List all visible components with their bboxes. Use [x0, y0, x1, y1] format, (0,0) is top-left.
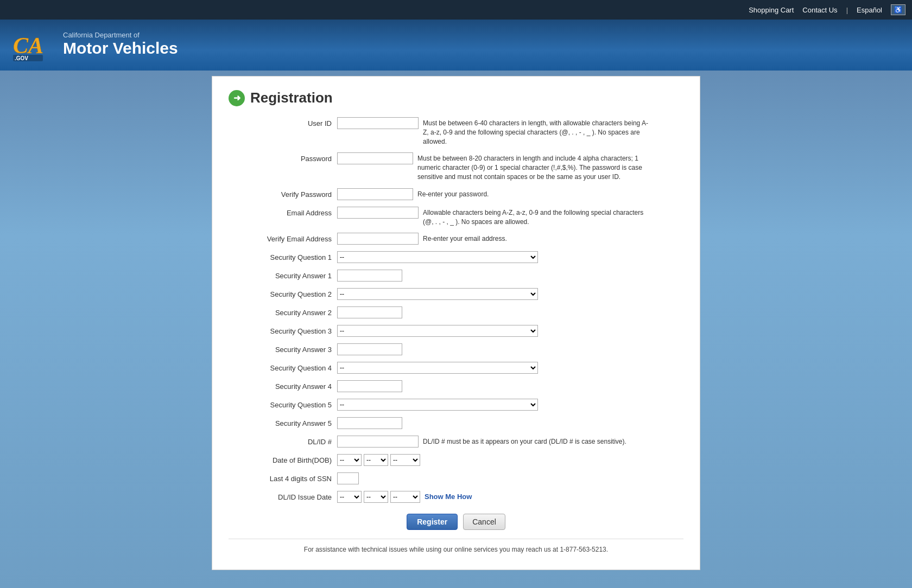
issue-date-day-select[interactable]: --: [364, 491, 388, 503]
issue-date-selects: -- -- --: [337, 491, 420, 503]
security-answer-3-input[interactable]: [337, 343, 402, 355]
logo-area: CA .GOV California Department of Motor V…: [11, 25, 178, 63]
verify-password-input[interactable]: [337, 188, 413, 200]
security-question-5-control: --: [337, 399, 683, 411]
site-header: CA .GOV California Department of Motor V…: [0, 20, 912, 71]
dob-label: Date of Birth(DOB): [229, 454, 337, 464]
security-question-4-control: --: [337, 362, 683, 374]
issue-date-row: DL/ID Issue Date -- -- -- Show Me How: [229, 491, 683, 503]
user-id-row: User ID Must be between 6-40 characters …: [229, 117, 683, 146]
registration-icon: ➜: [229, 90, 245, 106]
password-input[interactable]: [337, 152, 413, 164]
password-control-area: Must be between 8-20 characters in lengt…: [337, 152, 683, 181]
security-question-3-control: --: [337, 325, 683, 337]
dob-selects: -- -- --: [337, 454, 420, 466]
security-question-2-select[interactable]: --: [337, 288, 538, 300]
dlid-row: DL/ID # DL/ID # must be as it appears on…: [229, 436, 683, 448]
show-me-how-link[interactable]: Show Me How: [425, 491, 472, 501]
verify-email-input[interactable]: [337, 233, 419, 245]
page-title: Registration: [250, 90, 333, 106]
cancel-button[interactable]: Cancel: [463, 514, 505, 530]
security-answer-2-row: Security Answer 2: [229, 306, 683, 318]
accessibility-button[interactable]: ♿: [891, 4, 905, 15]
issue-date-month-select[interactable]: --: [337, 491, 362, 503]
password-label: Password: [229, 152, 337, 163]
security-question-3-row: Security Question 3 --: [229, 325, 683, 337]
email-input[interactable]: [337, 207, 419, 219]
verify-email-control-area: Re-enter your email address.: [337, 233, 683, 245]
security-answer-5-input[interactable]: [337, 417, 402, 429]
security-question-1-select[interactable]: --: [337, 251, 538, 263]
security-answer-5-label: Security Answer 5: [229, 417, 337, 427]
security-answer-4-label: Security Answer 4: [229, 380, 337, 391]
password-hint: Must be between 8-20 characters in lengt…: [417, 152, 645, 181]
security-answer-3-control: [337, 343, 683, 355]
email-row: Email Address Allowable characters being…: [229, 207, 683, 227]
footer-note: For assistance with technical issues whi…: [229, 539, 683, 553]
security-question-1-label: Security Question 1: [229, 251, 337, 261]
security-question-1-row: Security Question 1 --: [229, 251, 683, 263]
security-question-5-label: Security Question 5: [229, 399, 337, 409]
email-hint: Allowable characters being A-Z, a-z, 0-9…: [423, 207, 651, 227]
security-answer-1-row: Security Answer 1: [229, 270, 683, 282]
verify-email-hint: Re-enter your email address.: [423, 233, 507, 244]
ssn-row: Last 4 digits of SSN: [229, 472, 683, 484]
dlid-label: DL/ID #: [229, 436, 337, 446]
dob-day-select[interactable]: --: [364, 454, 388, 466]
verify-password-label: Verify Password: [229, 188, 337, 199]
dlid-hint: DL/ID # must be as it appears on your ca…: [423, 436, 626, 446]
dlid-input[interactable]: [337, 436, 419, 448]
issue-date-control-area: -- -- -- Show Me How: [337, 491, 683, 503]
security-question-2-row: Security Question 2 --: [229, 288, 683, 300]
dob-row: Date of Birth(DOB) -- -- --: [229, 454, 683, 466]
verify-password-row: Verify Password Re-enter your password.: [229, 188, 683, 200]
verify-password-control-area: Re-enter your password.: [337, 188, 683, 200]
dob-month-select[interactable]: --: [337, 454, 362, 466]
verify-email-label: Verify Email Address: [229, 233, 337, 243]
agency-text: California Department of Motor Vehicles: [63, 31, 178, 57]
espanol-link[interactable]: Español: [857, 6, 882, 14]
security-question-3-label: Security Question 3: [229, 325, 337, 335]
issue-date-year-select[interactable]: --: [390, 491, 420, 503]
ca-gov-logo: CA .GOV: [11, 25, 54, 63]
dept-line2: Motor Vehicles: [63, 39, 178, 57]
security-question-2-label: Security Question 2: [229, 288, 337, 298]
user-id-input[interactable]: [337, 117, 419, 129]
top-navigation: Shopping Cart Contact Us | Español ♿: [0, 0, 912, 20]
security-answer-5-control: [337, 417, 683, 429]
user-id-label: User ID: [229, 117, 337, 127]
button-row: Register Cancel: [229, 514, 683, 530]
register-button[interactable]: Register: [407, 514, 458, 530]
security-answer-1-label: Security Answer 1: [229, 270, 337, 280]
security-answer-1-input[interactable]: [337, 270, 402, 282]
security-question-2-control: --: [337, 288, 683, 300]
contact-us-link[interactable]: Contact Us: [802, 6, 837, 14]
email-label: Email Address: [229, 207, 337, 217]
ssn-label: Last 4 digits of SSN: [229, 472, 337, 483]
main-content: ➜ Registration User ID Must be between 6…: [212, 76, 700, 570]
page-title-row: ➜ Registration: [229, 90, 683, 106]
security-answer-2-input[interactable]: [337, 306, 402, 318]
security-question-3-select[interactable]: --: [337, 325, 538, 337]
security-answer-1-control: [337, 270, 683, 282]
user-id-hint: Must be between 6-40 characters in lengt…: [423, 117, 651, 146]
security-question-4-row: Security Question 4 --: [229, 362, 683, 374]
verify-password-hint: Re-enter your password.: [417, 188, 489, 199]
shopping-cart-link[interactable]: Shopping Cart: [749, 6, 794, 14]
security-answer-4-row: Security Answer 4: [229, 380, 683, 392]
security-question-4-select[interactable]: --: [337, 362, 538, 374]
security-question-5-select[interactable]: --: [337, 399, 538, 411]
security-answer-4-control: [337, 380, 683, 392]
security-question-4-label: Security Question 4: [229, 362, 337, 372]
ssn-input[interactable]: [337, 472, 359, 484]
security-question-5-row: Security Question 5 --: [229, 399, 683, 411]
dob-year-select[interactable]: --: [390, 454, 420, 466]
email-control-area: Allowable characters being A-Z, a-z, 0-9…: [337, 207, 683, 227]
security-answer-4-input[interactable]: [337, 380, 402, 392]
arrow-icon: ➜: [233, 93, 240, 103]
security-question-1-control: --: [337, 251, 683, 263]
svg-text:.GOV: .GOV: [15, 55, 28, 61]
password-row: Password Must be between 8-20 characters…: [229, 152, 683, 181]
verify-email-row: Verify Email Address Re-enter your email…: [229, 233, 683, 245]
nav-separator: |: [846, 6, 848, 14]
